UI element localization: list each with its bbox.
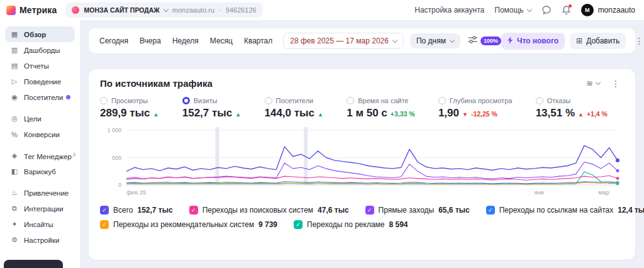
account-settings-link[interactable]: Настройка аккаунта [414, 6, 484, 14]
sidebar-item-goals[interactable]: ◎ Цели [5, 111, 75, 126]
sidebar-item-settings[interactable]: ⚙ Настройки [5, 232, 75, 248]
period-week-button[interactable]: Неделя [167, 33, 204, 49]
sidebar-item-label: Привлечение [24, 189, 69, 197]
sidebar-item-label: Тег Менеджерβ [24, 152, 76, 160]
legend-value: 152,7 тыс [137, 206, 172, 215]
bell-icon[interactable] [562, 5, 571, 15]
chat-icon[interactable] [541, 5, 552, 15]
date-range-value: 28 фев 2025 — 17 мар 2026 [290, 36, 389, 45]
radio-icon[interactable] [438, 97, 446, 104]
trend-arrow-icon: ▲ [153, 111, 159, 118]
legend-value: 9 739 [258, 220, 277, 229]
date-range-picker[interactable]: 28 фев 2025 — 17 мар 2026 [283, 33, 404, 49]
metric-value: 1 м 50 с [347, 107, 387, 120]
granularity-select[interactable]: По дням [410, 33, 460, 48]
radio-icon[interactable] [536, 97, 543, 104]
grid-icon: ▦ [10, 30, 19, 38]
metric-label: Время на сайте [358, 97, 408, 104]
help-menu[interactable]: Помощь [494, 6, 531, 14]
period-month-button[interactable]: Месяц [204, 33, 238, 49]
chevron-down-icon [450, 37, 455, 42]
sidebar-item-integrations[interactable]: ⧉ Интеграции [5, 201, 75, 216]
sampling-control[interactable]: 100% [468, 35, 501, 47]
sidebar-item-label: Дашборды [24, 47, 60, 54]
sidebar-item-acquisition[interactable]: ♨ Привлечение [5, 185, 75, 201]
x-tick-label: мар [599, 189, 609, 196]
legend-label: Прямые заходы [379, 206, 435, 215]
metric-users[interactable]: Посетители 144,0 тыс▲ [265, 97, 324, 120]
panel-menu-icon[interactable]: ⋮ [608, 79, 624, 89]
metric-value: 1,90 [438, 107, 459, 120]
legend-item-direct[interactable]: ✓ Прямые заходы 65,6 тыс [365, 206, 470, 215]
user-menu[interactable]: M monzaauto [581, 4, 635, 16]
sidebar-item-overview[interactable]: ▦ Обзор [5, 26, 75, 42]
legend-item-search[interactable]: ✓ Переходы из поисковых систем 47,6 тыс [189, 206, 349, 215]
radio-icon[interactable] [347, 97, 354, 104]
checkbox-icon[interactable]: ✓ [365, 206, 374, 215]
legend-item-site-links[interactable]: ✓ Переходы по ссылкам на сайтах 12,4 тыс [486, 206, 644, 215]
metrika-logo-icon [6, 6, 16, 15]
checkbox-icon[interactable]: ✓ [189, 206, 198, 215]
chevron-down-icon [392, 37, 397, 42]
sidebar-item-insights[interactable]: ✦ Инсайты [5, 216, 75, 232]
metrics-row: Просмотры 289,9 тыс▲ Визиты 152,7 тыс▲ П… [100, 97, 624, 120]
radio-icon[interactable] [265, 97, 272, 104]
metric-depth[interactable]: Глубина просмотра 1,90▼-12,25 % [438, 97, 512, 120]
chart-endpoint-dot [616, 177, 619, 180]
metric-value: 289,9 тыс [100, 107, 150, 120]
trend-change: +1,4 % [587, 110, 608, 118]
add-widget-button[interactable]: ⊞ Добавить [570, 33, 626, 49]
legend-item-recommendations[interactable]: ✓ Переходы из рекомендательных систем 9 … [100, 220, 277, 229]
sidebar-item-visitors[interactable]: ◉ Посетители [5, 89, 75, 105]
checkbox-icon[interactable]: ✓ [486, 206, 495, 215]
counter-favicon [72, 6, 79, 14]
legend-item-ads[interactable]: ✓ Переходы по рекламе 8 594 [294, 220, 408, 229]
promo-widget[interactable] [4, 260, 63, 268]
sidebar-item-tag-manager[interactable]: ◈ Тег Менеджерβ [5, 148, 75, 164]
sidebar-item-conversions[interactable]: % Конверсии [5, 126, 75, 142]
period-yesterday-button[interactable]: Вчера [134, 33, 167, 49]
check-icon: ✓ [367, 207, 372, 213]
y-tick-label: 0 [118, 182, 121, 188]
metric-time-on-site[interactable]: Время на сайте 1 м 50 с+3,33 % [347, 97, 414, 120]
checkbox-icon[interactable]: ✓ [100, 206, 109, 215]
metric-bounce-rate[interactable]: Отказы 13,51 %▲+1,4 % [536, 97, 608, 120]
counter-domain: monzaauto.ru [172, 6, 214, 14]
metric-value: 152,7 тыс [182, 107, 233, 120]
granularity-value: По дням [416, 36, 446, 45]
sidebar-item-behavior[interactable]: ▷ Поведение [5, 74, 75, 89]
counter-selector[interactable]: МОНЗА САЙТ ПРОДАЖ monzaauto.ru · 9462612… [65, 3, 262, 18]
smoothing-toggle[interactable]: ≋ [586, 79, 600, 88]
top-header: Метрика МОНЗА САЙТ ПРОДАЖ monzaauto.ru ·… [0, 0, 644, 20]
period-today-button[interactable]: Сегодня [94, 33, 134, 49]
check-icon: ✓ [296, 221, 301, 228]
metric-label: Посетители [276, 97, 314, 104]
legend-label: Переходы по рекламе [307, 220, 384, 229]
metric-visits[interactable]: Визиты 152,7 тыс▲ [182, 97, 242, 120]
period-quarter-button[interactable]: Квартал [238, 33, 278, 49]
sparkle-icon: ✦ [10, 220, 19, 228]
metrika-logo[interactable]: Метрика [6, 5, 57, 15]
sidebar-item-label: Поведение [24, 78, 61, 86]
metric-pageviews[interactable]: Просмотры 289,9 тыс▲ [100, 97, 159, 120]
checkbox-icon[interactable]: ✓ [100, 220, 109, 229]
radio-icon[interactable] [100, 97, 108, 104]
check-icon: ✓ [102, 221, 107, 228]
visitors-notification-dot [66, 95, 70, 99]
chart-line [126, 145, 618, 171]
sidebar-item-dashboards[interactable]: ▥ Дашборды [5, 42, 75, 58]
y-tick-label: 1 000 [107, 127, 121, 133]
sidebar-item-variocube[interactable]: ◧ Вариокуб [5, 164, 75, 179]
target-icon: ◎ [10, 114, 19, 123]
lightning-icon [508, 36, 513, 46]
radio-selected-icon[interactable] [182, 97, 190, 104]
chevron-down-icon [596, 80, 601, 85]
checkbox-icon[interactable]: ✓ [294, 220, 303, 229]
legend-item-total[interactable]: ✓ Всего 152,7 тыс [100, 206, 173, 215]
whats-new-button[interactable]: Что нового [501, 33, 565, 50]
more-menu-icon[interactable]: ⋮ [631, 36, 644, 46]
chart-endpoint-dot [616, 182, 619, 185]
traffic-line-chart[interactable]: 05001 000фев 25янвмар [100, 124, 623, 198]
sidebar-item-label: Посетители [24, 94, 63, 101]
sidebar-item-reports[interactable]: ▤ Отчеты [5, 58, 75, 74]
